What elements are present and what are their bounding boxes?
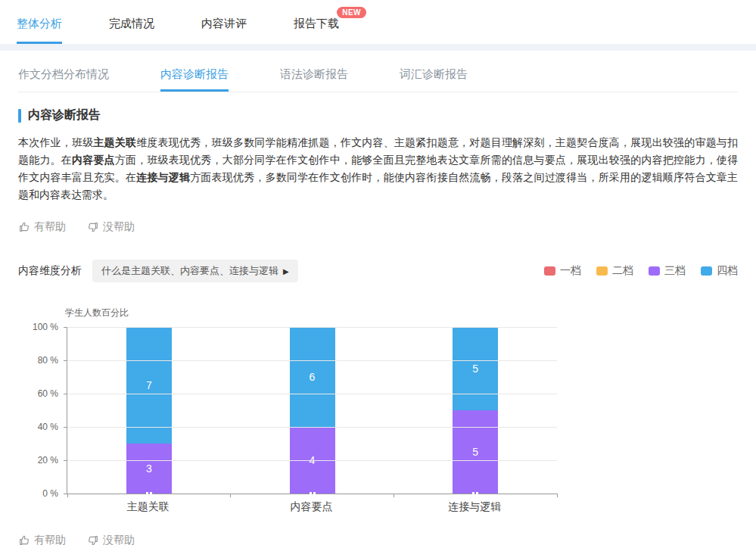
tab-content-review[interactable]: 内容讲评 xyxy=(201,17,247,44)
not-helpful-button[interactable]: 没帮助 xyxy=(87,534,135,545)
helpful-label: 有帮助 xyxy=(34,220,66,234)
section-head: 内容诊断报告 xyxy=(18,107,738,123)
y-tick-mark xyxy=(64,460,67,461)
x-axis-category-label: 内容要点 xyxy=(230,500,394,514)
stacked-bar-chart: 学生人数百分比 736455 100 %80 %60 %40 %20 %0 % … xyxy=(18,307,738,514)
legend-label: 一档 xyxy=(560,264,581,278)
bar-band: 64 xyxy=(231,327,394,494)
gridline xyxy=(67,360,557,361)
y-tick-label: 80 % xyxy=(38,355,58,366)
dimension-analysis-row: 内容维度分析 什么是主题关联、内容要点、连接与逻辑 ▶ 一档二档三档四档 xyxy=(18,260,738,282)
y-tick-label: 40 % xyxy=(38,422,58,432)
chart-legend: 一档二档三档四档 xyxy=(544,264,738,278)
primary-nav: 整体分析 完成情况 内容讲评 报告下载 NEW xyxy=(0,0,756,44)
stacked-bar-2[interactable]: 64 xyxy=(290,327,335,494)
x-tick-mark xyxy=(557,494,558,497)
y-tick-label: 20 % xyxy=(38,455,58,466)
chevron-right-icon: ▶ xyxy=(283,267,289,276)
tab-report-download[interactable]: 报告下载 NEW xyxy=(294,17,339,44)
thumb-up-icon xyxy=(18,534,30,545)
not-helpful-label: 没帮助 xyxy=(103,220,135,234)
helpful-label: 有帮助 xyxy=(34,534,66,545)
x-tick-mark xyxy=(230,494,231,497)
stacked-bar-1[interactable]: 73 xyxy=(126,327,172,494)
not-helpful-label: 没帮助 xyxy=(103,534,135,545)
report-subtabs: 作文分档分布情况 内容诊断报告 语法诊断报告 词汇诊断报告 xyxy=(18,51,738,92)
zero-value-labels xyxy=(310,492,316,494)
legend-swatch xyxy=(701,266,712,276)
subtab-content-diagnosis[interactable]: 内容诊断报告 xyxy=(160,67,229,92)
x-tick-mark xyxy=(394,494,394,497)
x-axis-category-label: 连接与逻辑 xyxy=(393,500,556,514)
helpful-button[interactable]: 有帮助 xyxy=(18,534,66,545)
nav-separator-band xyxy=(0,44,756,51)
legend-label: 三档 xyxy=(664,264,686,278)
report-paragraph: 本次作业，班级主题关联维度表现优秀，班级多数同学能精准抓题，作文内容、主题紧扣题… xyxy=(18,134,738,204)
section-title: 内容诊断报告 xyxy=(28,107,101,123)
legend-label: 四档 xyxy=(717,264,738,278)
helpful-button[interactable]: 有帮助 xyxy=(18,220,66,234)
bar-band: 55 xyxy=(394,327,557,494)
not-helpful-button[interactable]: 没帮助 xyxy=(87,220,135,234)
stacked-bar-3[interactable]: 55 xyxy=(453,327,498,494)
legend-item[interactable]: 三档 xyxy=(649,264,686,278)
thumb-down-icon xyxy=(87,221,99,233)
section-marker xyxy=(18,109,21,123)
y-tick-label: 100 % xyxy=(33,322,58,332)
subtab-score-distribution[interactable]: 作文分档分布情况 xyxy=(18,67,109,92)
y-tick-label: 60 % xyxy=(38,388,58,399)
tab-completion-status[interactable]: 完成情况 xyxy=(109,17,154,44)
thumb-down-icon xyxy=(87,534,99,545)
bar-segment-四档[interactable]: 7 xyxy=(126,327,172,444)
x-axis-labels: 主题关联内容要点连接与逻辑 xyxy=(67,500,556,514)
tab-report-download-label: 报告下载 xyxy=(294,17,339,30)
zero-value-labels xyxy=(472,492,478,494)
y-tick-label: 0 % xyxy=(42,488,58,499)
subtab-vocabulary-diagnosis[interactable]: 词汇诊断报告 xyxy=(400,67,468,92)
feedback-row-bottom: 有帮助 没帮助 xyxy=(18,534,738,545)
bar-segment-三档[interactable]: 3 xyxy=(126,444,172,494)
legend-item[interactable]: 四档 xyxy=(701,264,738,278)
legend-swatch xyxy=(544,266,555,276)
new-badge: NEW xyxy=(337,7,366,18)
report-keyword: 连接与逻辑 xyxy=(136,171,190,183)
legend-label: 二档 xyxy=(612,264,633,278)
thumb-up-icon xyxy=(18,221,30,233)
dimension-help-label: 什么是主题关联、内容要点、连接与逻辑 xyxy=(101,264,278,278)
feedback-row-top: 有帮助 没帮助 xyxy=(18,220,738,234)
x-axis-category-label: 主题关联 xyxy=(67,500,230,514)
y-tick-mark xyxy=(64,394,67,394)
plot-area: 736455 100 %80 %60 %40 %20 %0 % xyxy=(67,327,557,494)
gridline xyxy=(67,327,557,328)
legend-swatch xyxy=(596,266,608,276)
gridline xyxy=(67,394,557,394)
y-tick-mark xyxy=(64,360,67,361)
dimension-analysis-label: 内容维度分析 xyxy=(18,264,82,278)
legend-item[interactable]: 一档 xyxy=(544,264,581,278)
tab-overall-analysis[interactable]: 整体分析 xyxy=(17,17,62,44)
report-keyword: 主题关联 xyxy=(93,136,136,148)
subtab-grammar-diagnosis[interactable]: 语法诊断报告 xyxy=(280,67,348,92)
report-text: 本次作业，班级 xyxy=(18,136,93,148)
bar-segment-三档[interactable]: 5 xyxy=(453,410,498,494)
y-tick-mark xyxy=(64,327,67,328)
gridline xyxy=(67,460,557,461)
x-tick-mark xyxy=(67,494,68,497)
dimension-help-button[interactable]: 什么是主题关联、内容要点、连接与逻辑 ▶ xyxy=(92,260,298,282)
gridline xyxy=(67,427,557,428)
y-tick-mark xyxy=(64,427,67,428)
bar-segment-四档[interactable]: 5 xyxy=(453,327,498,410)
bar-segment-四档[interactable]: 6 xyxy=(290,327,335,427)
legend-item[interactable]: 二档 xyxy=(596,264,633,278)
zero-value-labels xyxy=(146,492,152,494)
report-keyword: 内容要点 xyxy=(72,154,115,166)
y-axis-title: 学生人数百分比 xyxy=(65,307,738,319)
legend-swatch xyxy=(649,266,660,276)
bar-band: 73 xyxy=(67,327,231,494)
